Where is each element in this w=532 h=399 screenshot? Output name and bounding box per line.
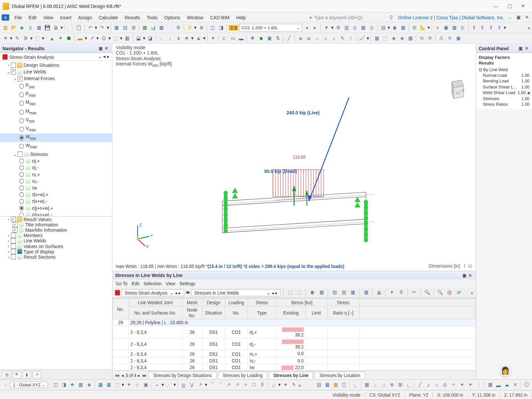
- tm-view[interactable]: View: [166, 281, 175, 286]
- bb34-icon[interactable]: ⌂: [371, 381, 379, 389]
- save-icon[interactable]: ▶: [19, 24, 26, 32]
- bb16-icon[interactable]: ⋁: [188, 381, 196, 389]
- t2aq-icon[interactable]: ⟳: [426, 34, 434, 42]
- panel-close-icon[interactable]: ✕: [104, 46, 110, 51]
- node-stresses[interactable]: ⌄Stresses: [0, 151, 112, 158]
- cp-group[interactable]: By Line Weld: [483, 67, 508, 72]
- h-icon[interactable]: ⊟: [411, 24, 418, 32]
- x-icon[interactable]: ✶: [323, 24, 330, 32]
- node-s2[interactable]: σj,-: [0, 164, 112, 171]
- ln-sections[interactable]: ›Result Sections: [0, 254, 112, 259]
- t2d-icon[interactable]: ⬚: [34, 34, 41, 42]
- tt14-icon[interactable]: 🔍: [437, 289, 444, 297]
- j-icon[interactable]: ∝: [434, 24, 442, 32]
- node-s5[interactable]: τw: [0, 185, 112, 191]
- bb35-icon[interactable]: □: [380, 381, 387, 389]
- bb20-icon[interactable]: ↗: [225, 381, 233, 389]
- ln-surfaces[interactable]: ›Values on Surfaces: [0, 243, 112, 248]
- menu-assign[interactable]: Assign: [75, 14, 95, 21]
- tm-set[interactable]: Settings: [180, 281, 196, 286]
- bb1-icon[interactable]: ▫: [2, 381, 9, 389]
- bb38-icon[interactable]: ∟: [405, 381, 413, 389]
- node-line-welds[interactable]: ⌄Line Welds: [0, 68, 112, 75]
- t2q-icon[interactable]: ↡: [175, 34, 182, 42]
- bb22-icon[interactable]: ✧: [242, 381, 249, 389]
- gear-icon[interactable]: ⚙: [175, 24, 182, 32]
- t2w-icon[interactable]: ▬: [237, 34, 245, 42]
- tm-goto[interactable]: Go To: [116, 281, 127, 286]
- app-menu-icon[interactable]: ≡: [2, 14, 9, 20]
- bb7-icon[interactable]: ▩: [97, 381, 104, 389]
- 3d-viewport[interactable]: 240.0 kip (Live) 60.0 kip (Dead) 116.65 …: [112, 69, 476, 271]
- ln-result-values[interactable]: ›Result Values: [0, 216, 112, 222]
- next2-icon[interactable]: ▸: [138, 372, 141, 378]
- run-icon[interactable]: ▦: [141, 24, 149, 32]
- g-icon[interactable]: ▦: [399, 24, 407, 32]
- bb21-icon[interactable]: ↗: [233, 381, 241, 389]
- node-s3[interactable]: τs,+: [0, 171, 112, 178]
- node-design-sit[interactable]: ›Design Situations: [0, 62, 112, 68]
- t2k-icon[interactable]: ⬚: [112, 34, 119, 42]
- menu-view[interactable]: View: [40, 14, 57, 21]
- bb43-icon[interactable]: ✧: [450, 381, 458, 389]
- t2at-icon[interactable]: ▣: [455, 34, 462, 42]
- t2ad-icon[interactable]: ≣: [305, 34, 313, 42]
- a-icon[interactable]: ▥: [343, 24, 350, 32]
- t2h-icon[interactable]: ▬: [76, 34, 84, 42]
- t2v-icon[interactable]: ▭: [229, 34, 237, 42]
- bb31-icon[interactable]: ◫: [340, 381, 348, 389]
- t2al-icon[interactable]: ⬚: [381, 34, 389, 42]
- t2f-icon[interactable]: ✦: [57, 34, 64, 42]
- bb8-icon[interactable]: ▦: [105, 381, 113, 389]
- bb23-icon[interactable]: ⬡: [250, 381, 258, 389]
- tab-line[interactable]: Stresses by Line: [269, 372, 313, 378]
- t2ac-icon[interactable]: ≣: [297, 34, 304, 42]
- menu-results[interactable]: Results: [121, 14, 143, 21]
- dimbtn1[interactable]: ⟟: [464, 263, 466, 268]
- maximize-button[interactable]: ▢: [503, 1, 516, 11]
- layout-icon[interactable]: ⊞: [130, 24, 137, 32]
- node-s4[interactable]: τs,-: [0, 178, 112, 185]
- tp-close-icon[interactable]: ✕: [467, 273, 473, 278]
- print-icon[interactable]: 🖶: [52, 24, 60, 32]
- doc1-icon[interactable]: 📄: [67, 24, 74, 32]
- tt15-icon[interactable]: ⦿: [446, 289, 454, 297]
- n2-icon[interactable]: ⇕: [479, 24, 486, 32]
- node-mmax[interactable]: Mmax: [0, 108, 112, 116]
- bb40-icon[interactable]: ⫽: [425, 381, 432, 389]
- chart-icon[interactable]: 📊: [149, 24, 157, 32]
- bb19-icon[interactable]: ⌒: [217, 381, 224, 389]
- navbtm-1[interactable]: ▤: [3, 371, 11, 378]
- t2s-icon[interactable]: ⬙: [195, 34, 202, 42]
- t2b-icon[interactable]: ✎: [13, 34, 21, 42]
- t2aa-icon[interactable]: ⇅: [274, 34, 282, 42]
- t2af-icon[interactable]: ⟐: [322, 34, 330, 42]
- t2ag-icon[interactable]: ⟐: [330, 34, 338, 42]
- bb51-icon[interactable]: ⓘ: [523, 381, 530, 389]
- table-combo2[interactable]: Stresses in Line Welds⌄ ◂ ▸: [191, 289, 281, 296]
- ln-maxmin[interactable]: Max/Min Information: [0, 227, 112, 232]
- t2ae-icon[interactable]: ↔: [314, 34, 321, 42]
- grid2-icon[interactable]: ▤: [121, 24, 129, 32]
- bb13-icon[interactable]: •: [153, 381, 161, 389]
- ln-title[interactable]: Title Information: [0, 222, 112, 227]
- n4-icon[interactable]: ⇕: [495, 24, 503, 32]
- node-pmin[interactable]: Pmin: [0, 82, 112, 91]
- tbl-icon[interactable]: ▦: [35, 24, 43, 32]
- next-icon[interactable]: ▸: [311, 24, 319, 32]
- bb27-icon[interactable]: ✎: [290, 381, 298, 389]
- t2j-icon[interactable]: ⊡: [100, 34, 107, 42]
- cp-pin-icon[interactable]: ▣: [517, 46, 524, 51]
- bb48-icon[interactable]: ▬: [495, 381, 502, 389]
- inner-minimize[interactable]: –: [507, 12, 513, 22]
- t2e-icon[interactable]: ▲: [48, 34, 56, 42]
- tt13-icon[interactable]: 🔍: [424, 289, 431, 297]
- bb33-icon[interactable]: ▦: [363, 381, 370, 389]
- bb9-icon[interactable]: ⬚: [113, 381, 121, 389]
- doc2-icon[interactable]: 📋: [75, 24, 83, 32]
- t2z-icon[interactable]: ▣: [266, 34, 273, 42]
- tt4-icon[interactable]: ▦: [318, 289, 326, 297]
- last-icon[interactable]: ⏭: [142, 372, 147, 378]
- tt7-icon[interactable]: ▦: [349, 289, 357, 297]
- t2ak-icon[interactable]: ▦: [373, 34, 381, 42]
